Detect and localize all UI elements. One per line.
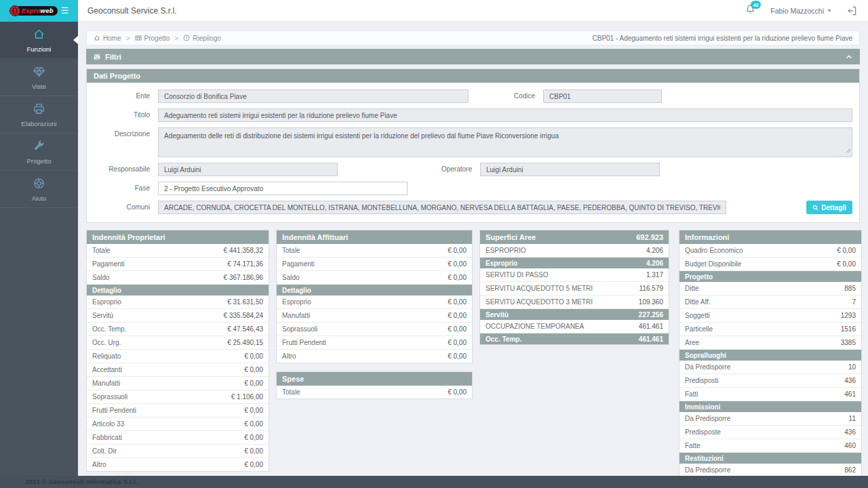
notification-badge: 42 — [751, 1, 761, 9]
table-row: OCCUPAZIONE TEMPORANEA461.461 — [480, 320, 669, 333]
responsabile-field[interactable] — [158, 163, 338, 176]
breadcrumb-riepilogo[interactable]: Riepilogo — [183, 35, 221, 42]
table-row: Accettanti€ 0,00 — [87, 363, 269, 377]
search-icon — [812, 205, 818, 211]
section-header-row: Dettaglio — [277, 285, 472, 296]
operatore-label: Operatore — [338, 163, 480, 176]
clock-icon — [183, 35, 190, 41]
table-row: Frutti Pendenti€ 0,00 — [277, 336, 472, 350]
comuni-field[interactable] — [158, 201, 726, 214]
collapse-button[interactable] — [845, 53, 853, 61]
notifications-button[interactable]: 42 — [745, 4, 755, 17]
sidebar-item-viste[interactable]: Viste — [0, 59, 78, 96]
dettagli-button-label: Dettagli — [821, 204, 846, 211]
panel-title: Informazioni — [679, 230, 861, 244]
main-content: Home > Progetto > Riepilogo CBP01 - Adeg… — [78, 22, 868, 476]
sidebar: Funzioni Viste Elaborazioni Progetto — [0, 22, 78, 476]
codice-field[interactable] — [543, 89, 662, 103]
section-header-row: Immissioni — [679, 401, 861, 412]
top-header: Esproweb ☰ Geoconsult Service S.r.l. 42 … — [0, 0, 868, 22]
table-row: Soggetti1293 — [679, 309, 861, 323]
page-title: Geoconsult Service S.r.l. — [87, 6, 176, 16]
breadcrumb-separator: > — [126, 35, 130, 42]
filters-title: Filtri — [105, 53, 121, 61]
breadcrumb-home[interactable]: Home — [94, 35, 121, 42]
hamburger-menu-icon[interactable]: ☰ — [61, 6, 69, 15]
titolo-field[interactable] — [158, 108, 852, 122]
sidebar-item-progetto[interactable]: Progetto — [0, 134, 78, 171]
table-row: Particelle1516 — [679, 323, 861, 336]
filters-panel-header[interactable]: Filtri — [86, 49, 860, 64]
table-row: SERVITU ACQUEDOTTO 5 METRI116.579 — [480, 282, 669, 296]
project-reference: CBP01 - Adeguamento reti sistemi irrigui… — [592, 35, 852, 42]
brand-block: Esproweb ☰ — [0, 0, 78, 22]
table-row: Da Predisporre862 — [679, 464, 861, 476]
dettagli-button[interactable]: Dettagli — [806, 201, 852, 214]
sidebar-item-label: Viste — [3, 83, 75, 90]
project-form: Ente Codice Titolo Descrizione Adeguamen… — [87, 83, 859, 222]
comuni-label: Comuni — [94, 201, 158, 214]
copyright-text: 2021 © Geoconsult Informatica S.r.l. — [26, 479, 137, 485]
table-row: Ditte885 — [679, 282, 861, 296]
logout-button[interactable] — [846, 5, 857, 16]
section-header-row: Esproprio4.206 — [480, 258, 669, 268]
panel-total: 692.923 — [636, 233, 663, 241]
breadcrumb-progetto[interactable]: Progetto — [135, 35, 170, 42]
table-row: Esproprio€ 0,00 — [277, 296, 472, 309]
operatore-field[interactable] — [480, 163, 660, 176]
fase-label: Fase — [94, 182, 158, 195]
table-row: Altro€ 0,00 — [277, 350, 472, 363]
footer: 2021 © Geoconsult Informatica S.r.l. — [0, 476, 868, 488]
active-notch — [73, 36, 78, 44]
table-row: Reliquato€ 0,00 — [87, 350, 269, 363]
descrizione-field[interactable]: Adeguamento delle reti di distribuzione … — [158, 127, 852, 157]
section-header-row: Progetto — [679, 271, 861, 282]
home-icon — [33, 28, 45, 41]
table-row: Altro€ 0,00 — [87, 458, 269, 471]
user-menu[interactable]: Fabio Mazzocchi — [770, 7, 831, 15]
table-row: Manufatti€ 0,00 — [87, 377, 269, 390]
section-header-row: Sopralluoghi — [679, 350, 861, 361]
table-row: Articolo 33€ 0,00 — [87, 418, 269, 431]
panel-title: Indennità Affittuari — [277, 230, 472, 244]
user-name: Fabio Mazzocchi — [770, 7, 824, 15]
table-row: Occ. Temp.€ 47.546,43 — [87, 323, 269, 336]
table-row: Soprassuoli€ 1.106,00 — [87, 390, 269, 404]
table-row: Esproprio€ 31.631,50 — [87, 296, 269, 309]
ente-field[interactable] — [158, 89, 469, 103]
fase-select[interactable] — [158, 182, 408, 195]
lifebuoy-icon — [33, 177, 45, 190]
panel-title: Spese — [277, 372, 472, 386]
logout-icon — [846, 5, 857, 16]
table-row: Frutti Pendenti€ 0,00 — [87, 404, 269, 418]
sidebar-item-label: Aiuto — [3, 195, 75, 202]
sidebar-item-elaborazioni[interactable]: Elaborazioni — [0, 96, 78, 134]
panel-informazioni: InformazioniQuadro Economico€ 0,00Budget… — [679, 230, 862, 476]
table-row: Predisposte436 — [679, 426, 861, 439]
logo-wordmark: Esproweb — [15, 6, 58, 16]
breadcrumb-label: Progetto — [144, 35, 170, 42]
sliders-icon — [93, 53, 101, 61]
panel-superfici-aree: Superfici Aree692.923ESPROPRIO4.206Espro… — [479, 230, 669, 345]
sidebar-item-label: Elaborazioni — [3, 120, 75, 127]
home-icon — [94, 35, 100, 41]
sidebar-item-aiuto[interactable]: Aiuto — [0, 171, 78, 208]
section-header-row: Occ. Temp.461.461 — [480, 333, 669, 344]
printer-icon — [33, 102, 45, 115]
table-row: Totale€ 0,00 — [277, 386, 472, 399]
table-row: Aree3385 — [679, 336, 861, 350]
table-row: Totale€ 0,00 — [277, 244, 472, 258]
sidebar-item-funzioni[interactable]: Funzioni — [0, 22, 78, 59]
sidebar-item-label: Progetto — [3, 157, 75, 165]
table-row: Predisposti436 — [679, 374, 861, 388]
table-row: Da Predisporre10 — [679, 361, 861, 374]
header-actions: 42 Fabio Mazzocchi — [745, 4, 868, 17]
table-row: Pagamenti€ 0,00 — [277, 258, 472, 271]
panel-title: Superfici Aree692.923 — [480, 230, 669, 244]
table-row: Manufatti€ 0,00 — [277, 309, 472, 323]
table-row: Saldo€ 0,00 — [277, 271, 472, 285]
table-row: SERVITU DI PASSO1.317 — [480, 268, 669, 282]
descrizione-label: Descrizione — [94, 127, 158, 141]
table-row: ESPROPRIO4.206 — [480, 244, 669, 258]
globe-icon — [9, 5, 20, 16]
